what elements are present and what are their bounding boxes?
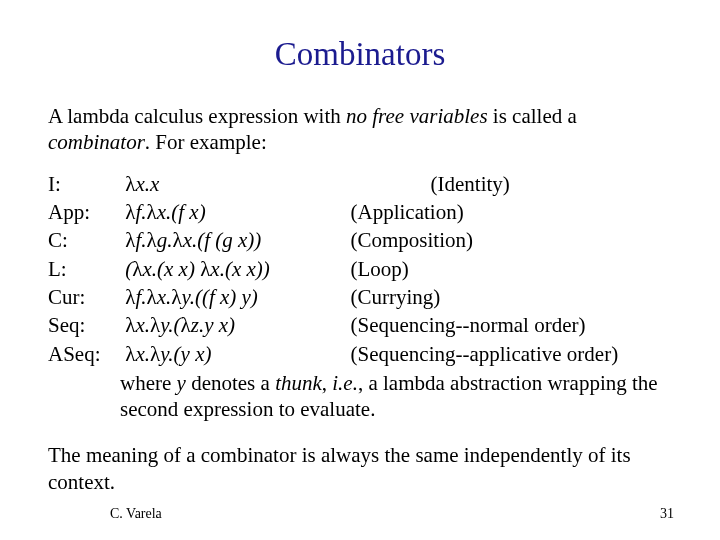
- combinator-list: I: λx.x (Identity) App: λf.λx.(f x) (App…: [48, 170, 672, 423]
- combinator-row: L: (λx.(x x) λx.(x x)) (Loop): [48, 255, 672, 283]
- note-pre: where: [120, 371, 177, 395]
- slide-title: Combinators: [48, 36, 672, 73]
- combinator-desc: (Currying): [351, 283, 441, 311]
- combinator-expr: λf.λx.(f x): [125, 198, 345, 226]
- lambda-icon: λ: [125, 285, 135, 309]
- combinator-name: Cur:: [48, 283, 120, 311]
- intro-text: A lambda calculus expression with no fre…: [48, 103, 672, 156]
- combinator-name: L:: [48, 255, 120, 283]
- lambda-icon: λ: [125, 342, 135, 366]
- lambda-icon: λ: [125, 200, 135, 224]
- lambda-icon: λ: [147, 285, 157, 309]
- combinator-row: I: λx.x (Identity): [48, 170, 672, 198]
- combinator-expr: λf.λx.λy.((f x) y): [125, 283, 345, 311]
- note-thunk: thunk: [275, 371, 322, 395]
- combinator-row: ASeq: λx.λy.(y x) (Sequencing--applicati…: [48, 340, 672, 368]
- footer-page-number: 31: [660, 506, 674, 522]
- combinator-row: Cur: λf.λx.λy.((f x) y) (Currying): [48, 283, 672, 311]
- combinator-expr: (λx.(x x) λx.(x x)): [125, 255, 345, 283]
- lambda-icon: λ: [147, 200, 157, 224]
- combinator-desc: (Application): [351, 198, 464, 226]
- note-ie: i.e.: [332, 371, 358, 395]
- lambda-icon: λ: [172, 228, 182, 252]
- lambda-icon: λ: [150, 342, 160, 366]
- combinator-expr: λx.λy.(y x): [125, 340, 345, 368]
- combinator-name: App:: [48, 198, 120, 226]
- combinator-desc: (Sequencing--normal order): [351, 311, 586, 339]
- combinator-desc: (Composition): [351, 226, 474, 254]
- lambda-icon: λ: [125, 172, 135, 196]
- combinator-expr: λf.λg.λx.(f (g x)): [125, 226, 345, 254]
- lambda-icon: λ: [147, 228, 157, 252]
- combinator-expr: λx.x: [125, 170, 345, 198]
- combinator-row: C: λf.λg.λx.(f (g x)) (Composition): [48, 226, 672, 254]
- combinator-name: I:: [48, 170, 120, 198]
- combinator-expr: λx.λy.(λz.y x): [125, 311, 345, 339]
- lambda-icon: λ: [125, 313, 135, 337]
- combinator-desc: (Sequencing--applicative order): [351, 340, 619, 368]
- combinator-name: C:: [48, 226, 120, 254]
- combinator-desc: (Identity): [351, 170, 510, 198]
- note-mid2: ,: [322, 371, 333, 395]
- closing-text: The meaning of a combinator is always th…: [48, 442, 672, 495]
- slide: Combinators A lambda calculus expression…: [0, 0, 720, 540]
- lambda-icon: λ: [132, 257, 142, 281]
- lambda-icon: λ: [171, 285, 181, 309]
- combinator-name: Seq:: [48, 311, 120, 339]
- intro-mid: is called a: [488, 104, 577, 128]
- note-yvar: y: [177, 371, 186, 395]
- lambda-icon: λ: [200, 257, 210, 281]
- lambda-icon: λ: [125, 228, 135, 252]
- lambda-icon: λ: [181, 313, 191, 337]
- intro-post: . For example:: [145, 130, 267, 154]
- intro-nfv: no free variables: [346, 104, 488, 128]
- intro-comb: combinator: [48, 130, 145, 154]
- footer-author: C. Varela: [110, 506, 162, 522]
- lambda-icon: λ: [150, 313, 160, 337]
- combinator-row: Seq: λx.λy.(λz.y x) (Sequencing--normal …: [48, 311, 672, 339]
- intro-pre: A lambda calculus expression with: [48, 104, 346, 128]
- combinator-row: App: λf.λx.(f x) (Application): [48, 198, 672, 226]
- combinator-desc: (Loop): [351, 255, 409, 283]
- combinator-note: where y denotes a thunk, i.e., a lambda …: [120, 370, 660, 423]
- combinator-name: ASeq:: [48, 340, 120, 368]
- note-mid1: denotes a: [186, 371, 275, 395]
